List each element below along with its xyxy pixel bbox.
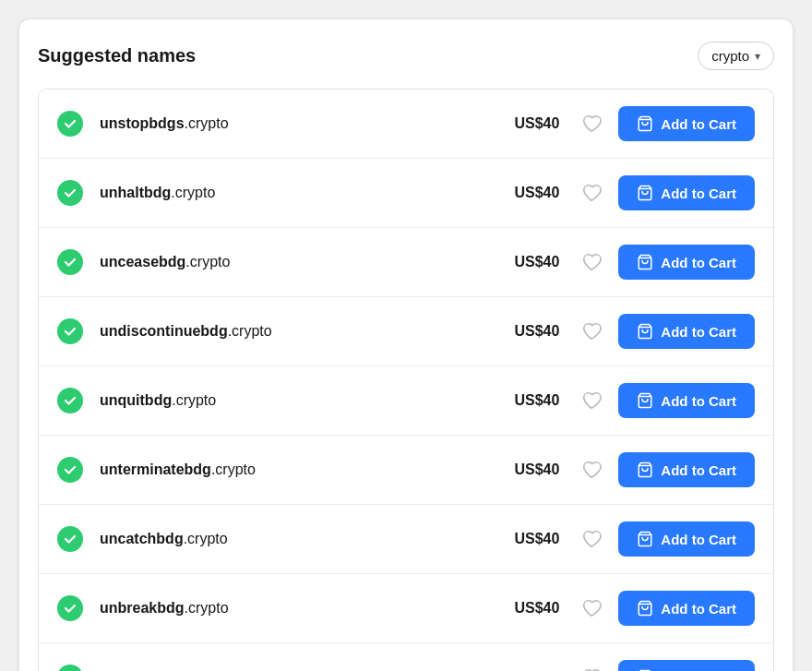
domain-row: unhaltbdg.crypto US$40 Add to Cart — [39, 159, 773, 228]
domain-row: unquitbdg.crypto US$40 Add to Cart — [39, 366, 773, 436]
cart-icon — [637, 531, 653, 547]
wishlist-button[interactable] — [578, 456, 605, 484]
available-check-icon — [57, 526, 83, 552]
domain-price: US$40 — [508, 254, 559, 270]
add-to-cart-label: Add to Cart — [661, 462, 736, 478]
domain-name: unterminatebdg.crypto — [100, 461, 508, 478]
panel-header: Suggested names crypto ▾ — [38, 42, 774, 70]
domain-price: US$40 — [508, 185, 559, 201]
add-to-cart-button[interactable]: Add to Cart — [618, 591, 755, 626]
add-to-cart-button[interactable]: Add to Cart — [618, 452, 755, 487]
domain-row: unterminatebdg.crypto US$40 Add to Cart — [39, 436, 773, 505]
wishlist-button[interactable] — [578, 179, 605, 207]
add-to-cart-button[interactable]: Add to Cart — [618, 175, 755, 210]
dropdown-label: crypto — [711, 48, 749, 64]
add-to-cart-button[interactable]: Add to Cart — [618, 314, 755, 349]
tld-dropdown[interactable]: crypto ▾ — [698, 42, 774, 70]
domain-name: undiscontinuebdg.crypto — [100, 323, 508, 340]
domain-name: uncatchbdg.crypto — [100, 531, 508, 547]
cart-icon — [637, 115, 653, 132]
cart-icon — [637, 600, 653, 617]
add-to-cart-label: Add to Cart — [661, 601, 736, 617]
domain-list: unstopbdgs.crypto US$40 Add to Cart — [38, 89, 774, 671]
cart-icon — [637, 254, 653, 270]
domain-price: US$40 — [508, 115, 559, 132]
add-to-cart-button[interactable]: Add to Cart — [618, 521, 755, 557]
domain-row: unceasebdg.crypto US$40 Add to Cart — [39, 228, 773, 297]
available-check-icon — [57, 249, 83, 275]
available-check-icon — [57, 665, 83, 671]
domain-price: US$40 — [508, 461, 559, 478]
domain-name: unstopbdgs.crypto — [100, 115, 508, 132]
domain-row: unstaybdg.crypto US$40 Add to Cart — [39, 643, 773, 671]
wishlist-button[interactable] — [578, 594, 605, 622]
domain-row: unbreakbdg.crypto US$40 Add to Cart — [39, 574, 773, 643]
add-to-cart-label: Add to Cart — [661, 255, 736, 270]
available-check-icon — [57, 180, 83, 206]
chevron-down-icon: ▾ — [755, 50, 760, 63]
wishlist-button[interactable] — [578, 110, 605, 138]
add-to-cart-label: Add to Cart — [661, 116, 736, 132]
domain-name: unceasebdg.crypto — [100, 254, 508, 270]
cart-icon — [637, 185, 653, 201]
domain-name: unhaltbdg.crypto — [100, 185, 508, 201]
wishlist-button[interactable] — [578, 525, 605, 553]
domain-row: unstopbdgs.crypto US$40 Add to Cart — [39, 90, 773, 159]
panel-title: Suggested names — [38, 45, 196, 66]
domain-name: unquitbdg.crypto — [100, 392, 508, 409]
domain-price: US$40 — [508, 323, 559, 340]
available-check-icon — [57, 457, 83, 483]
cart-icon — [637, 392, 653, 409]
available-check-icon — [57, 595, 83, 621]
domain-price: US$40 — [508, 531, 559, 547]
wishlist-button[interactable] — [578, 664, 605, 671]
cart-icon — [637, 461, 653, 478]
available-check-icon — [57, 111, 83, 137]
add-to-cart-button[interactable]: Add to Cart — [618, 383, 755, 418]
add-to-cart-button[interactable]: Add to Cart — [618, 660, 755, 671]
domain-row: undiscontinuebdg.crypto US$40 Add to Car… — [39, 297, 773, 366]
add-to-cart-label: Add to Cart — [661, 532, 736, 547]
add-to-cart-label: Add to Cart — [661, 324, 736, 340]
add-to-cart-label: Add to Cart — [661, 393, 736, 409]
wishlist-button[interactable] — [578, 248, 605, 276]
suggested-names-panel: Suggested names crypto ▾ unstopbdgs.cryp… — [18, 18, 794, 671]
domain-name: unbreakbdg.crypto — [100, 600, 508, 617]
available-check-icon — [57, 318, 83, 344]
add-to-cart-label: Add to Cart — [661, 186, 736, 201]
add-to-cart-button[interactable]: Add to Cart — [618, 106, 755, 141]
domain-price: US$40 — [508, 600, 559, 617]
wishlist-button[interactable] — [578, 387, 605, 414]
wishlist-button[interactable] — [578, 318, 605, 345]
domain-row: uncatchbdg.crypto US$40 Add to Cart — [39, 505, 773, 574]
add-to-cart-button[interactable]: Add to Cart — [618, 245, 755, 280]
cart-icon — [637, 323, 653, 340]
available-check-icon — [57, 388, 83, 413]
domain-price: US$40 — [508, 392, 559, 409]
